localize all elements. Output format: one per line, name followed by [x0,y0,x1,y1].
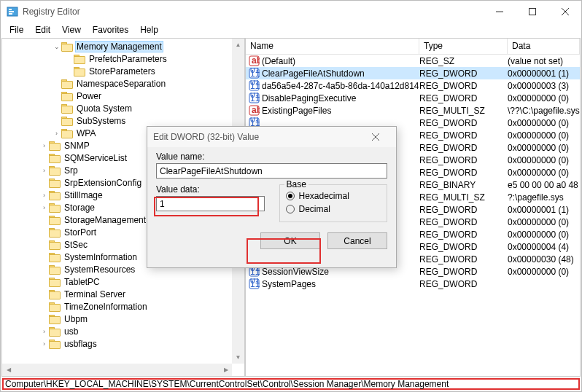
folder-icon [49,227,61,237]
list-row[interactable]: 011110DisablePagingExecutiveREG_DWORD0x0… [246,92,580,104]
chevron-right-icon[interactable]: › [39,167,49,174]
cancel-button[interactable]: Cancel [327,232,387,249]
cell-data: 0x00000000 (0) [508,230,580,240]
string-value-icon: ab [248,105,260,117]
chevron-right-icon[interactable]: › [52,130,61,137]
cell-name: SystemPages [262,279,419,289]
cell-type: REG_DWORD [419,242,508,252]
cell-data: 0x00000000 (0) [508,155,580,165]
folder-icon [61,116,73,125]
tree-label: SQMServiceList [63,153,128,163]
svg-rect-2 [9,11,14,12]
folder-icon [61,103,73,113]
list-row[interactable]: 011110da56a5e4-287c-4a5b-86da-140a12d814… [246,79,580,92]
tree-label: SystemResources [63,264,136,275]
close-button[interactable] [548,1,581,23]
svg-rect-5 [529,9,535,15]
folder-icon [49,326,61,336]
tree-hscroll[interactable]: ◀ ▶ [2,364,232,376]
tree-node[interactable]: Ubpm [2,313,232,325]
menu-edit[interactable]: Edit [29,23,56,36]
cell-name: da56a5e4-287c-4a5b-86da-140a12d814cd [262,81,419,91]
tree-node[interactable]: TabletPC [2,275,232,288]
base-label: Base [284,179,309,189]
folder-icon [49,264,61,274]
menu-help[interactable]: Help [134,23,164,36]
cell-type: REG_DWORD [419,130,508,141]
tree-label: usbflags [63,339,98,349]
dialog-close-button[interactable] [361,128,390,146]
list-row[interactable]: abExistingPageFilesREG_MULTI_SZ\??\C:\pa… [246,104,580,117]
svg-text:110: 110 [250,68,260,79]
tree-label: Srp [63,165,79,176]
chevron-right-icon[interactable]: › [39,192,49,199]
menu-file[interactable]: File [4,23,29,36]
status-bar: Computer\HKEY_LOCAL_MACHINE\SYSTEM\Curre… [2,378,580,390]
folder-icon [49,203,61,212]
cell-type: REG_DWORD [419,68,508,79]
tree-node[interactable]: ›usbflags [2,337,232,350]
ok-button[interactable]: OK [260,232,320,249]
tree-label: usb [63,326,79,337]
svg-text:110: 110 [250,279,260,289]
tree-label: NamespaceSeparation [75,79,167,89]
chevron-right-icon[interactable]: › [39,328,49,335]
cell-name: ClearPageFileAtShutdown [262,68,419,79]
titlebar: Registry Editor [1,1,581,23]
tree-node[interactable]: TimeZoneInformation [2,300,232,313]
col-name[interactable]: Name [246,39,419,54]
tree-node[interactable]: SubSystems [2,114,232,127]
folder-icon [49,277,61,286]
list-row[interactable]: ab(Default)REG_SZ(value not set) [246,55,580,67]
value-data-field[interactable] [156,196,265,211]
maximize-button[interactable] [516,1,548,23]
list-row[interactable]: 011110ClearPageFileAtShutdownREG_DWORD0x… [246,67,580,79]
folder-icon [61,91,73,101]
tree-label: TabletPC [63,277,101,287]
tree-label: Storage [63,203,96,213]
list-row[interactable]: 011110SystemPagesREG_DWORD [246,278,580,290]
col-data[interactable]: Data [508,39,580,54]
chevron-right-icon[interactable]: › [39,142,49,149]
tree-node[interactable]: ⌄Memory Management [2,40,232,52]
tree-label: StillImage [63,190,104,200]
edit-dword-dialog: Edit DWORD (32-bit) Value Value name: Va… [147,126,397,268]
chevron-down-icon[interactable]: ⌄ [52,43,61,50]
tree-node[interactable]: Quota System [2,102,232,114]
tree-node[interactable]: PrefetchParameters [2,52,232,65]
value-name-label: Value name: [156,152,387,162]
tree-node[interactable]: StoreParameters [2,65,232,77]
tree-node[interactable]: Power [2,90,232,102]
cell-data: (value not set) [508,56,580,66]
base-dec-radio[interactable]: Decimal [286,203,381,216]
svg-text:ab: ab [252,105,260,115]
svg-rect-3 [9,13,12,15]
folder-icon [49,314,61,324]
menu-favorites[interactable]: Favorites [87,23,134,36]
tree-node[interactable]: Terminal Server [2,288,232,300]
cell-data: 0x00000004 (4) [508,242,580,252]
folder-icon [74,54,85,63]
chevron-right-icon[interactable]: › [39,204,49,211]
folder-icon [49,240,61,249]
tree-label: WPA [75,128,97,138]
cell-type: REG_DWORD [419,230,508,240]
value-name-field[interactable] [156,163,387,179]
base-hex-radio[interactable]: Hexadecimal [286,189,381,203]
tree-label: PrefetchParameters [88,54,168,64]
value-data-label: Value data: [156,184,265,195]
cell-data: 0x00000000 (0) [508,118,580,128]
tree-node[interactable]: NamespaceSeparation [2,77,232,90]
tree-node[interactable]: ›usb [2,325,232,337]
binary-value-icon: 011110 [248,93,260,104]
col-type[interactable]: Type [419,39,508,54]
list-header[interactable]: Name Type Data [246,39,580,55]
minimize-button[interactable] [483,1,516,23]
folder-icon [49,165,61,175]
dialog-title: Edit DWORD (32-bit) Value [153,132,259,142]
cell-type: REG_DWORD [419,81,508,91]
chevron-right-icon[interactable]: › [39,340,49,348]
tree-label: SubSystems [75,116,127,126]
menu-view[interactable]: View [56,23,87,36]
cell-data: 0x00000000 (0) [508,143,580,153]
